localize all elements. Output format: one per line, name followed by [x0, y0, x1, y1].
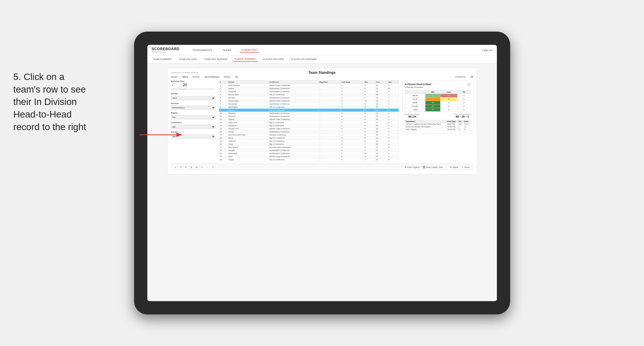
record-label: W-L-T record in-division: [454, 113, 471, 115]
col-num: # [219, 80, 227, 84]
cell-tour: 23 [375, 127, 387, 130]
undo-button[interactable]: ↩ [174, 166, 177, 169]
cell-conference: Southeastern Conference [268, 96, 318, 99]
cell-school: Auburn [227, 87, 268, 90]
card-header: Update time: 27/03/2024 16:56:26 Team St… [171, 72, 473, 74]
conference-label: Conference: [455, 76, 466, 78]
filter-min-rounds-input[interactable] [171, 83, 182, 87]
table-row[interactable]: 24 Duke Atlantic Coast Conference - 5 9 … [219, 155, 399, 158]
sub-nav-team-h2h-grid[interactable]: TEAM H2H GRID [178, 57, 198, 61]
cell-num: 11 [219, 115, 227, 118]
cell-tour: 23 [375, 84, 387, 87]
cell-reg-rank: - [318, 158, 340, 161]
cell-conf-rank: 1 [340, 84, 364, 87]
table-row[interactable]: 25 Oregon Pac-12 Conference - 5 7 21 0 [219, 158, 399, 161]
nav-tournaments[interactable]: TOURNAMENTS [190, 48, 214, 52]
conference-value: All [470, 76, 473, 78]
cell-conf-rank: 2 [340, 124, 364, 127]
table-row[interactable]: 10 Alabama Southeastern Conference - 5 8… [219, 112, 399, 115]
h2h-close-button[interactable]: × [467, 83, 471, 86]
cell-rds: 8 [364, 127, 375, 130]
cell-rds: 9 [364, 121, 375, 124]
filter-conference-label: Conference [171, 122, 215, 124]
table-row[interactable]: 6 Florida State Atlantic Coast Conferenc… [219, 99, 399, 103]
standings-table: # School Conference Reg Rank Conf Rank R… [219, 80, 399, 161]
cell-reg-rank: - [318, 155, 340, 158]
minus-button[interactable]: － [206, 165, 210, 169]
cell-school: Oregon [227, 158, 268, 161]
filter-region-select[interactable]: N/A [171, 115, 215, 119]
slider-track [171, 89, 215, 89]
table-row[interactable]: 11 Arkansas Southeastern Conference - 6 … [219, 115, 399, 118]
table-row[interactable]: 1 North Carolina Atlantic Coast Conferen… [219, 84, 399, 87]
cell-num: 5 [219, 96, 227, 99]
col-rds: Rds [364, 80, 375, 84]
cell-tour: 27 [375, 121, 387, 124]
cell-tour: 23 [375, 99, 387, 103]
save-custom-button[interactable]: 💾 Save Custom View [422, 166, 444, 169]
table-row[interactable]: 13 Texas Tech Big 12 Conference - 1 9 27… [219, 121, 399, 124]
cell-conference: Mountain West Conference [268, 146, 318, 149]
cell-school: Washington [227, 106, 268, 109]
sub-nav-player-h2h-grid[interactable]: PLAYER H2H GRID [262, 57, 285, 61]
sub-nav-player-h2h-heatmap[interactable]: PLAYER H2H HEATMAP [290, 57, 318, 61]
table-row[interactable]: 21 New Mexico Mountain West Conference -… [219, 146, 399, 149]
cell-win: 1 [387, 152, 399, 155]
redo-partial-button[interactable]: ↺ [179, 166, 182, 169]
table-row[interactable]: 7 Tennessee Southeastern Conference - 4 … [219, 103, 399, 106]
division-label: Division: [192, 76, 200, 78]
view-original-button[interactable]: 👁 View: Original [404, 166, 420, 169]
cell-conf-rank: 1 [340, 109, 364, 112]
table-row[interactable]: 4 Arizona State Pac-12 Conference - 3 9 … [219, 93, 399, 96]
share-button[interactable]: ↗ Share [461, 166, 470, 169]
redo-button[interactable]: ↻ [184, 166, 188, 169]
filter-school-select[interactable]: (All) [171, 135, 215, 139]
slider-thumb [184, 88, 186, 90]
cell-win: 1 [387, 93, 399, 96]
table-row[interactable]: 5 Ole Miss Southeastern Conference - 3 6… [219, 96, 399, 99]
table-row[interactable]: 23 Texas A&M Southeastern Conference - 9… [219, 152, 399, 155]
t-col-score: Score [463, 120, 470, 123]
cell-tour: 18 [375, 103, 387, 106]
table-row[interactable]: 2 Auburn Southeastern Conference - 1 9 2… [219, 87, 399, 90]
watch-button[interactable]: 👁 Watch [449, 166, 459, 169]
sub-nav-team-summary[interactable]: TEAM SUMMARY [152, 57, 173, 61]
table-row[interactable]: 9 Arizona Pac-12 Conference - 1 9 23 2 [219, 109, 399, 112]
table-row[interactable]: 16 Florida Southeastern Conference - 7 9… [219, 130, 399, 134]
cell-school: Alabama [227, 112, 268, 115]
table-row[interactable]: 17 East Tennessee State Southern Confere… [219, 134, 399, 137]
filter-gender-select[interactable]: Men's [171, 96, 215, 100]
cell-num: 9 [219, 109, 227, 112]
table-row[interactable]: 20 Texas Big 12 Conference - 3 7 20 0 [219, 143, 399, 146]
table-row[interactable]: 14 Oklahoma Big 12 Conference - 2 9 26 2 [219, 124, 399, 127]
paste-button[interactable]: ⊟ [195, 166, 198, 169]
cell-tour: 23 [375, 112, 387, 115]
plus-button[interactable]: ＋ [200, 165, 204, 169]
table-row[interactable]: 19 California Pac-12 Conference - 4 8 24… [219, 140, 399, 143]
copy-button[interactable]: ⊞ [190, 166, 193, 169]
cell-win: 3 [387, 137, 399, 140]
nav-teams[interactable]: TEAMS [220, 48, 233, 52]
table-row[interactable]: 15 Georgia Tech Atlantic Coast Conferenc… [219, 127, 399, 130]
filter-conference-select[interactable]: (All) [171, 125, 215, 129]
nav-committee[interactable]: COMMITTEE [240, 48, 259, 53]
cell-conf-rank: 1 [340, 137, 364, 140]
table-row[interactable]: 3 Vanderbilt Southeastern Conference - 2… [219, 90, 399, 93]
filter-division-select[interactable]: NCAA Division I [171, 106, 215, 110]
sub-nav-player-summary[interactable]: PLAYER SUMMARY [234, 57, 258, 62]
cell-reg-rank: - [318, 152, 340, 155]
table-row[interactable]: 18 Illinois Big Ten Conference - 1 9 23 … [219, 137, 399, 140]
cell-num: 19 [219, 140, 227, 143]
t-event-type: Stroke Play [447, 126, 458, 128]
cell-num: 25 [219, 158, 227, 161]
sign-out[interactable]: | Sign out [482, 49, 492, 51]
sub-nav-team-h2h-heatmap[interactable]: TEAM H2H HEATMAP [203, 57, 229, 61]
cell-rds: 10 [364, 152, 375, 155]
clock-button[interactable]: ⏱ [211, 166, 215, 169]
cell-num: 16 [219, 130, 227, 134]
rounds-slider[interactable] [171, 88, 215, 90]
table-row[interactable]: 22 Georgia Southeastern Conference - 8 7… [219, 149, 399, 152]
table-row[interactable]: 12 Virginia Atlantic Coast Conference - … [219, 118, 399, 121]
table-row[interactable]: 8 Washington Pac-12 Conference - 2 8 23 … [219, 106, 399, 109]
filter-gender-label: Gender [171, 93, 215, 95]
